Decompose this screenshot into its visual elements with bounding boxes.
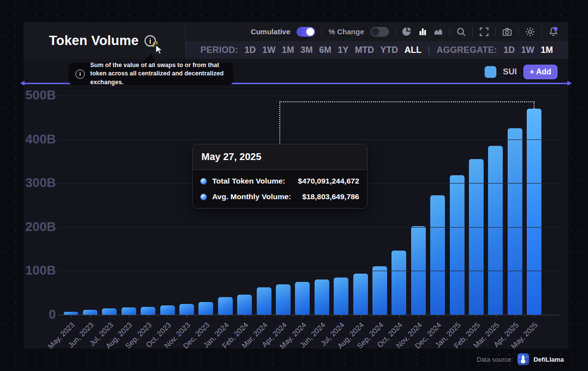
bar-slot [119, 95, 138, 315]
legend-swatch-sui[interactable] [485, 66, 496, 78]
pct-change-toggle[interactable] [370, 27, 389, 37]
bar-jul-2023[interactable] [102, 308, 117, 315]
period-option-1y[interactable]: 1Y [338, 45, 348, 55]
bar-nov-2023[interactable] [179, 304, 194, 315]
chart-panel: Token Volume i Cumulative % Change [24, 22, 568, 348]
period-row: PERIOD: 1D1W1M3M6M1YMTDYTDALL | AGGREGAT… [186, 41, 568, 59]
series-marker-icon [200, 194, 207, 200]
cumulative-label: Cumulative [251, 27, 291, 36]
search-icon[interactable] [456, 27, 466, 37]
footer: Data source: DefiLlama [477, 353, 564, 365]
period-option-1m[interactable]: 1M [282, 45, 294, 55]
period-option-1d[interactable]: 1D [245, 45, 256, 55]
period-options: 1D1W1M3M6M1YMTDYTDALL [245, 45, 421, 55]
crosshair-horizontal [279, 101, 535, 102]
bar-dec-2024[interactable] [430, 195, 445, 315]
period-option-all[interactable]: ALL [404, 45, 421, 55]
tooltip-row-label: Total Token Volume: [212, 177, 285, 186]
aggregate-option-1w[interactable]: 1W [521, 45, 535, 55]
bar-slot [486, 95, 505, 315]
data-source-name: DefiLlama [534, 356, 564, 363]
crosshair-vertical-right [534, 101, 535, 109]
app-background: { "app": { "title": "Token Volume", "inf… [0, 0, 588, 371]
y-axis-tick-200B: 200B [24, 219, 56, 234]
bar-apr-2025[interactable] [508, 128, 522, 315]
bar-jun-2024[interactable] [315, 279, 329, 315]
bar-may-2024[interactable] [295, 282, 310, 315]
y-axis-tick-500B: 500B [24, 88, 56, 103]
divider [395, 27, 396, 36]
chart-tooltip: May 27, 2025 Total Token Volume:$470,091… [192, 144, 368, 209]
aggregate-options: 1D1W1M [504, 45, 553, 55]
legend-token-label: SUI [503, 67, 516, 77]
period-option-ytd[interactable]: YTD [380, 45, 398, 55]
bar-feb-2025[interactable] [469, 159, 484, 315]
x-axis-line [58, 315, 560, 315]
period-option-mtd[interactable]: MTD [355, 45, 374, 55]
bar-aug-2024[interactable] [353, 274, 368, 315]
y-axis-tick-400B: 400B [24, 132, 56, 147]
tooltip-row: Avg. Monthly Volume:$18,803,649,786 [200, 192, 359, 201]
area-chart-icon[interactable] [434, 27, 443, 36]
tooltip-row-value: $18,803,649,786 [302, 192, 359, 201]
fullscreen-icon[interactable] [479, 27, 489, 37]
bar-sep-2023[interactable] [141, 307, 155, 315]
bar-slot [61, 95, 80, 315]
bar-slot [524, 95, 543, 315]
bar-jan-2024[interactable] [218, 297, 233, 315]
period-option-6m[interactable]: 6M [319, 45, 331, 55]
slider-left-handle[interactable] [20, 81, 24, 86]
bar-dec-2023[interactable] [198, 302, 213, 315]
add-token-button[interactable]: + Add [523, 65, 558, 79]
y-axis-tick-0: 0 [24, 307, 56, 322]
bar-slot [409, 95, 428, 315]
bar-chart-icon[interactable] [418, 27, 427, 36]
aggregate-option-1m[interactable]: 1M [541, 45, 553, 55]
notifications-bell-icon[interactable] [548, 26, 559, 37]
info-tooltip: i Sum of the value of all swaps to or fr… [69, 63, 233, 85]
bar-slot [158, 95, 177, 315]
y-axis-tick-300B: 300B [24, 175, 56, 190]
bar-slot [428, 95, 447, 315]
cumulative-toggle[interactable] [296, 27, 315, 37]
tooltip-row: Total Token Volume:$470,091,244,672 [200, 177, 359, 186]
tooltip-row-value: $470,091,244,672 [298, 177, 359, 186]
toggle-knob [371, 28, 379, 36]
pie-chart-icon[interactable] [402, 27, 412, 36]
bar-mar-2024[interactable] [257, 287, 271, 315]
aggregate-option-1d[interactable]: 1D [504, 45, 515, 55]
bar-slot [466, 95, 486, 315]
bar-slot [505, 95, 524, 315]
bar-oct-2023[interactable] [160, 305, 175, 315]
bar-oct-2024[interactable] [392, 251, 406, 315]
period-option-1w[interactable]: 1W [262, 45, 275, 55]
bar-aug-2023[interactable] [122, 307, 136, 315]
bar-jan-2025[interactable] [450, 175, 465, 315]
divider [518, 27, 519, 36]
info-icon-small: i [75, 70, 85, 79]
x-axis-labels: May, 2023Jun, 2023Jul, 2023Aug, 2023Sep,… [61, 318, 544, 347]
period-label: PERIOD: [200, 45, 238, 55]
legend-row: SUI + Add [485, 65, 558, 79]
divider [321, 27, 322, 36]
bar-mar-2025[interactable] [488, 146, 503, 315]
slider-right-handle[interactable] [567, 81, 572, 86]
divider [495, 27, 496, 36]
series-marker-icon [200, 178, 207, 185]
toggle-knob [306, 28, 314, 36]
camera-icon[interactable] [502, 27, 512, 37]
bar-feb-2024[interactable] [237, 295, 252, 315]
bar-jun-2023[interactable] [83, 310, 98, 315]
tooltip-body: Total Token Volume:$470,091,244,672Avg. … [193, 170, 367, 208]
title-wrap: Token Volume i [49, 33, 156, 48]
period-option-3m[interactable]: 3M [300, 45, 313, 55]
bar-sep-2024[interactable] [372, 266, 387, 315]
data-source-label: Data source: [477, 356, 513, 363]
defillama-logo-icon[interactable] [517, 353, 529, 365]
settings-gear-icon[interactable] [525, 27, 535, 37]
tooltip-row-label: Avg. Monthly Volume: [212, 192, 291, 201]
bar-apr-2024[interactable] [276, 284, 291, 315]
bar-slot [370, 95, 389, 315]
divider [541, 27, 542, 36]
bar-jul-2024[interactable] [334, 278, 348, 315]
